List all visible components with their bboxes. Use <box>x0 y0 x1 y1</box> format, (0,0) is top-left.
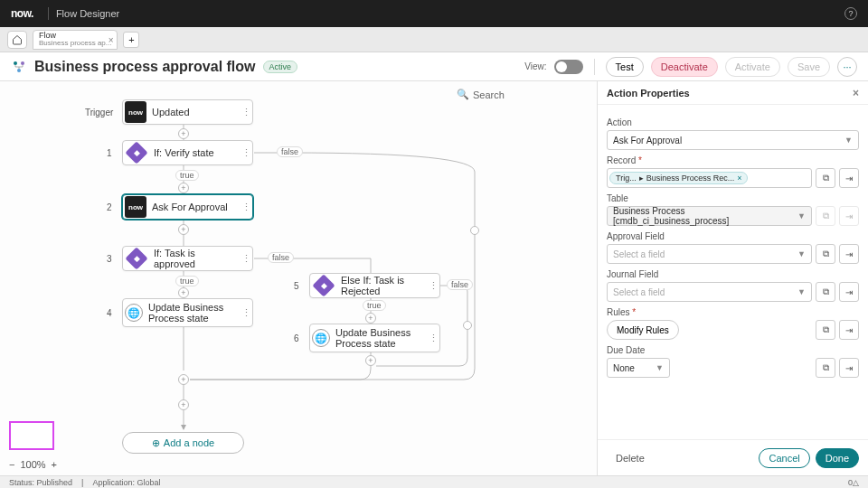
action-select[interactable]: Ask For Approval ▼ <box>607 130 859 150</box>
properties-panel: Action Properties × Action Ask For Appro… <box>597 81 868 475</box>
record-label: Record <box>607 155 859 165</box>
add-step-icon[interactable]: + <box>178 399 189 410</box>
data-pill-icon[interactable]: ⇥ <box>839 282 859 302</box>
home-button[interactable] <box>7 31 27 49</box>
save-button: Save <box>788 57 830 77</box>
modify-rules-button[interactable]: Modify Rules <box>607 320 679 340</box>
field-action-icon[interactable]: ⧉ <box>816 320 835 340</box>
step-number: 2 <box>107 202 112 212</box>
journal-select[interactable]: Select a field ▼ <box>607 282 812 302</box>
divider: | <box>81 478 83 487</box>
globe-icon: 🌐 <box>312 329 330 347</box>
token-remove-icon[interactable]: × <box>737 174 741 183</box>
flow-icon <box>11 59 27 75</box>
connectors <box>0 81 597 475</box>
node-label: Update Business Process state <box>148 302 240 324</box>
add-node-label: Add a node <box>164 437 214 448</box>
zoom-level: 100% <box>20 459 45 470</box>
deactivate-button[interactable]: Deactivate <box>651 57 718 77</box>
more-button[interactable]: ··· <box>837 57 857 77</box>
node-ask-approval[interactable]: 2 now Ask For Approval ⋮ <box>122 194 253 220</box>
node-menu-icon[interactable]: ⋮ <box>240 147 252 159</box>
close-icon[interactable]: × <box>108 35 114 45</box>
data-pill-icon[interactable]: ⇥ <box>839 358 859 378</box>
true-label: true <box>175 170 199 181</box>
tab-flow[interactable]: Flow Business process ap... × <box>33 30 118 50</box>
globe-icon: 🌐 <box>125 304 143 322</box>
add-step-icon[interactable]: + <box>365 313 376 324</box>
zoom-in-button[interactable]: + <box>52 459 57 470</box>
true-label: true <box>363 300 386 311</box>
node-menu-icon[interactable]: ⋮ <box>427 333 439 344</box>
chevron-down-icon: ▼ <box>797 211 806 221</box>
node-elseif-rejected[interactable]: 5 ◆ Else If: Task is Rejected ⋮ <box>309 273 440 298</box>
duedate-label: Due Date <box>607 345 859 355</box>
brand-logo: now. <box>11 7 33 20</box>
node-label: If: Verify state <box>154 147 240 158</box>
record-field[interactable]: Trig...▸Business Process Rec... × <box>607 168 812 188</box>
cancel-button[interactable]: Cancel <box>759 448 809 468</box>
status-bar: Status: Published | Application: Global … <box>0 475 868 488</box>
node-menu-icon[interactable]: ⋮ <box>240 202 252 213</box>
node-trigger[interactable]: Trigger now Updated ⋮ <box>122 99 253 125</box>
condition-icon: ◆ <box>125 247 147 269</box>
approval-select[interactable]: Select a field ▼ <box>607 244 812 264</box>
flow-canvas[interactable]: Trigger now Updated ⋮ + 1 ◆ If: Verify s… <box>0 81 597 475</box>
data-pill-icon[interactable]: ⇥ <box>839 168 859 188</box>
trigger-label: Trigger <box>85 108 113 117</box>
done-button[interactable]: Done <box>816 448 859 468</box>
panel-body: Action Ask For Approval ▼ Record Trig...… <box>598 105 868 439</box>
add-step-icon[interactable]: + <box>178 374 189 385</box>
duedate-select[interactable]: None ▼ <box>607 358 670 378</box>
chevron-down-icon: ▼ <box>797 249 806 258</box>
data-pill-icon[interactable]: ⇥ <box>839 320 859 340</box>
node-label: Ask For Approval <box>152 202 240 212</box>
field-action-icon[interactable]: ⧉ <box>816 358 835 378</box>
node-update-bp-2[interactable]: 6 🌐 Update Business Process state ⋮ <box>309 324 440 352</box>
data-pill-icon[interactable]: ⇥ <box>839 244 859 264</box>
data-pill-icon: ⇥ <box>839 206 859 226</box>
field-action-icon[interactable]: ⧉ <box>816 244 835 264</box>
view-toggle[interactable] <box>554 60 583 74</box>
node-menu-icon[interactable]: ⋮ <box>427 280 439 292</box>
add-node-button[interactable]: ⊕ Add a node <box>122 432 244 454</box>
divider <box>594 59 595 75</box>
node-menu-icon[interactable]: ⋮ <box>240 307 252 319</box>
zoom-out-button[interactable]: − <box>9 459 14 470</box>
field-action-icon[interactable]: ⧉ <box>816 168 835 188</box>
node-update-bp-1[interactable]: 4 🌐 Update Business Process state ⋮ <box>122 298 253 327</box>
delete-button[interactable]: Delete <box>607 448 654 468</box>
false-label: false <box>447 279 473 290</box>
canvas-wrap[interactable]: 🔍 Search <box>0 81 597 475</box>
test-button[interactable]: Test <box>606 57 644 77</box>
duedate-value: None <box>613 363 635 373</box>
table-value: Business Process [cmdb_ci_business_proce… <box>613 206 797 226</box>
add-step-icon[interactable]: + <box>178 287 189 298</box>
svg-point-1 <box>21 61 24 65</box>
step-number: 3 <box>107 254 112 264</box>
divider <box>48 7 49 20</box>
node-if-approved[interactable]: 3 ◆ If: Task is approved ⋮ <box>122 246 253 271</box>
plus-icon: ⊕ <box>152 437 160 449</box>
rules-label: Rules <box>607 307 859 317</box>
close-icon[interactable]: × <box>853 87 859 99</box>
approval-field-label: Approval Field <box>607 231 859 241</box>
add-step-icon[interactable]: + <box>178 183 189 193</box>
node-menu-icon[interactable]: ⋮ <box>240 107 252 118</box>
field-action-icon[interactable]: ⧉ <box>816 282 835 302</box>
add-step-icon[interactable]: + <box>178 128 189 139</box>
help-icon[interactable]: ? <box>844 7 857 20</box>
node-menu-icon[interactable]: ⋮ <box>240 253 252 265</box>
true-label: true <box>175 276 199 286</box>
publish-status: Status: Published <box>9 478 72 487</box>
record-token[interactable]: Trig...▸Business Process Rec... × <box>609 172 748 184</box>
svg-point-0 <box>14 61 17 65</box>
add-step-icon[interactable]: + <box>178 224 189 235</box>
minimap[interactable] <box>9 421 54 450</box>
table-select[interactable]: Business Process [cmdb_ci_business_proce… <box>607 206 812 226</box>
status-badge: Active <box>263 61 298 73</box>
add-tab-button[interactable]: + <box>123 32 139 48</box>
node-if-verify[interactable]: 1 ◆ If: Verify state ⋮ <box>122 140 253 165</box>
tab-strip: Flow Business process ap... × + <box>0 27 868 52</box>
add-step-icon[interactable]: + <box>365 355 376 366</box>
